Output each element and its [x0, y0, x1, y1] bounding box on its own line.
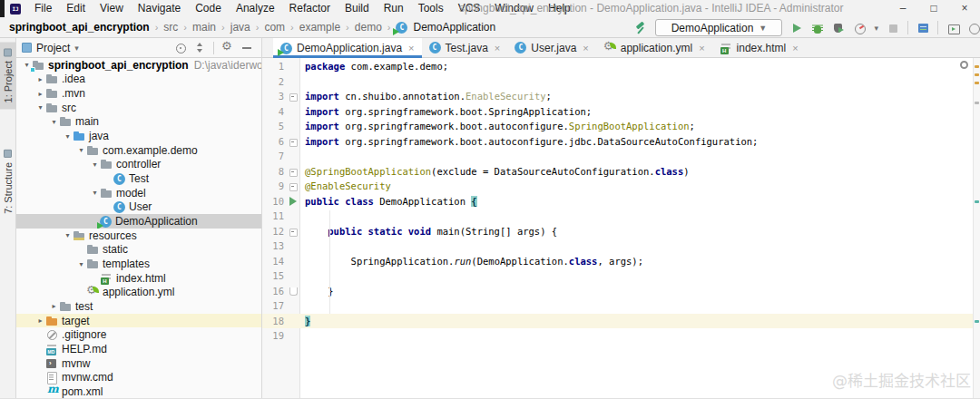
code-line-8[interactable]: 8@SpringBootApplication(exclude = DataSo… [262, 164, 980, 180]
tree-item-application-yml[interactable]: application.yml [16, 286, 261, 300]
menu-build[interactable]: Build [338, 0, 377, 17]
run-icon[interactable] [790, 22, 803, 34]
coverage-icon[interactable] [832, 22, 845, 34]
tree-open-arrow-icon[interactable]: ▾ [35, 103, 45, 112]
tree-item-user[interactable]: User [16, 200, 261, 215]
tab-close-icon[interactable]: × [583, 43, 588, 54]
brace-stripe-mark[interactable] [975, 320, 979, 323]
chevron-down-icon[interactable]: ▾ [874, 24, 878, 33]
minimize-button[interactable]: – [887, 0, 918, 17]
tree-item-model[interactable]: ▾model [16, 186, 261, 200]
stripe-tab-project[interactable]: 1: Project [0, 42, 16, 109]
fold-marker-icon[interactable] [287, 284, 299, 299]
run-gutter-icon[interactable] [287, 194, 299, 209]
code-line-15[interactable]: 15 [262, 268, 980, 284]
tree-closed-arrow-icon[interactable]: ▸ [35, 75, 45, 83]
tree-item-templates[interactable]: ▾templates [16, 257, 261, 271]
gear-icon[interactable] [220, 41, 234, 54]
code-editor[interactable]: 1package com.example.demo;23import cn.sh… [262, 58, 980, 399]
tree-item-src[interactable]: ▾src [16, 101, 261, 115]
editor-tab-application-yml[interactable]: application.yml× [596, 38, 712, 57]
warning-stripe-mark[interactable] [975, 65, 979, 68]
fold-marker-icon[interactable] [287, 89, 299, 104]
breadcrumb-item[interactable]: demo [355, 21, 382, 34]
code-line-4[interactable]: 4import org.springframework.boot.SpringA… [262, 104, 980, 120]
menu-navigate[interactable]: Navigate [131, 0, 188, 17]
close-button[interactable]: × [949, 0, 980, 17]
breadcrumb-item[interactable]: springboot_api_encryption [9, 21, 150, 34]
fold-marker-icon[interactable] [287, 224, 299, 239]
maximize-button[interactable]: □ [918, 0, 949, 17]
collapse-icon[interactable] [193, 41, 207, 54]
tree-item-mvnw-cmd[interactable]: mvnw.cmd [16, 370, 261, 384]
tree-item--idea[interactable]: ▸.idea [16, 73, 261, 87]
menu-refactor[interactable]: Refactor [282, 0, 338, 17]
tree-open-arrow-icon[interactable]: ▾ [63, 132, 73, 141]
tree-item-resources[interactable]: ▾resources [16, 229, 261, 243]
tree-item--gitignore[interactable]: .gitignore [16, 327, 261, 342]
tree-item-pom-xml[interactable]: pom.xml [16, 384, 261, 399]
fold-marker-icon[interactable] [287, 134, 299, 150]
code-line-11[interactable]: 11 [262, 209, 980, 224]
tree-item-test[interactable]: Test [16, 171, 261, 186]
breadcrumb-item[interactable]: DemoApplication [413, 21, 495, 34]
code-line-13[interactable]: 13 [262, 238, 980, 254]
code-line-9[interactable]: 9@EnableSecurity [262, 179, 980, 194]
profiler-icon[interactable] [853, 22, 866, 34]
project-tree[interactable]: ▾springboot_api_encryptionD:\java\iderwo… [16, 58, 262, 399]
locate-icon[interactable] [173, 41, 187, 54]
code-line-5[interactable]: 5import org.springframework.boot.autocon… [262, 119, 980, 134]
build-hammer-icon[interactable] [634, 22, 647, 34]
inspections-widget-icon[interactable] [960, 61, 968, 69]
tree-item-index-html[interactable]: index.html [16, 271, 261, 286]
error-stripe[interactable] [973, 58, 980, 399]
editor-tab-demoapplication-java[interactable]: DemoApplication.java× [273, 38, 422, 58]
tree-item--mvn[interactable]: ▸.mvn [16, 86, 261, 101]
project-panel-title[interactable]: Project [36, 42, 70, 54]
tree-open-arrow-icon[interactable]: ▾ [76, 260, 86, 268]
help-icon[interactable] [967, 22, 980, 34]
menu-file[interactable]: File [27, 0, 59, 17]
tab-close-icon[interactable]: × [699, 43, 704, 54]
tree-item-main[interactable]: ▾main [16, 115, 261, 130]
stripe-mark[interactable] [975, 102, 979, 104]
breadcrumb-item[interactable]: example [299, 21, 340, 34]
code-line-17[interactable]: 17 [262, 298, 980, 314]
modules-icon[interactable] [916, 22, 929, 34]
warning-stripe-mark[interactable] [975, 82, 979, 84]
menu-edit[interactable]: Edit [59, 0, 93, 17]
menu-analyze[interactable]: Analyze [229, 0, 282, 17]
code-line-6[interactable]: 6import org.springframework.boot.autocon… [262, 134, 980, 150]
tree-item-static[interactable]: static [16, 243, 261, 258]
tree-item-test[interactable]: ▸test [16, 299, 261, 314]
menu-run[interactable]: Run [377, 0, 411, 17]
tree-closed-arrow-icon[interactable]: ▸ [35, 316, 45, 325]
code-line-7[interactable]: 7 [262, 149, 980, 164]
tree-item-springboot-api-encryption[interactable]: ▾springboot_api_encryptionD:\java\iderwo… [16, 58, 261, 73]
fold-marker-icon[interactable] [287, 164, 299, 180]
tab-close-icon[interactable]: × [408, 43, 414, 54]
tree-item-mvnw[interactable]: mvnw [16, 356, 261, 371]
editor-tab-index-html[interactable]: index.html× [712, 38, 806, 57]
tree-item-demoapplication[interactable]: DemoApplication [16, 214, 261, 229]
code-line-2[interactable]: 2 [262, 74, 980, 90]
menu-tools[interactable]: Tools [411, 0, 451, 17]
menu-view[interactable]: View [93, 0, 131, 17]
code-line-19[interactable]: 19 [262, 328, 980, 344]
breadcrumb-item[interactable]: src [163, 21, 178, 34]
tree-item-java[interactable]: ▾java [16, 129, 261, 143]
stop-icon[interactable] [887, 22, 899, 34]
tree-open-arrow-icon[interactable]: ▾ [63, 231, 73, 239]
editor-tab-user-java[interactable]: User.java× [507, 38, 595, 57]
code-line-18[interactable]: 18} [262, 314, 980, 329]
code-line-1[interactable]: 1package com.example.demo; [262, 59, 980, 74]
run-configuration-select[interactable]: DemoApplication ▼ [655, 19, 782, 36]
stripe-tab-structure[interactable]: 7: Structure [0, 143, 16, 220]
breadcrumb-item[interactable]: main [192, 21, 216, 34]
chevron-down-icon[interactable]: ▾ [74, 44, 79, 53]
code-line-12[interactable]: 12 public static void main(String[] args… [262, 224, 980, 239]
tree-open-arrow-icon[interactable]: ▾ [49, 118, 59, 126]
debug-icon[interactable] [811, 22, 824, 34]
tool-run-icon[interactable] [946, 22, 959, 34]
code-line-14[interactable]: 14 SpringApplication.run(DemoApplication… [262, 254, 980, 269]
